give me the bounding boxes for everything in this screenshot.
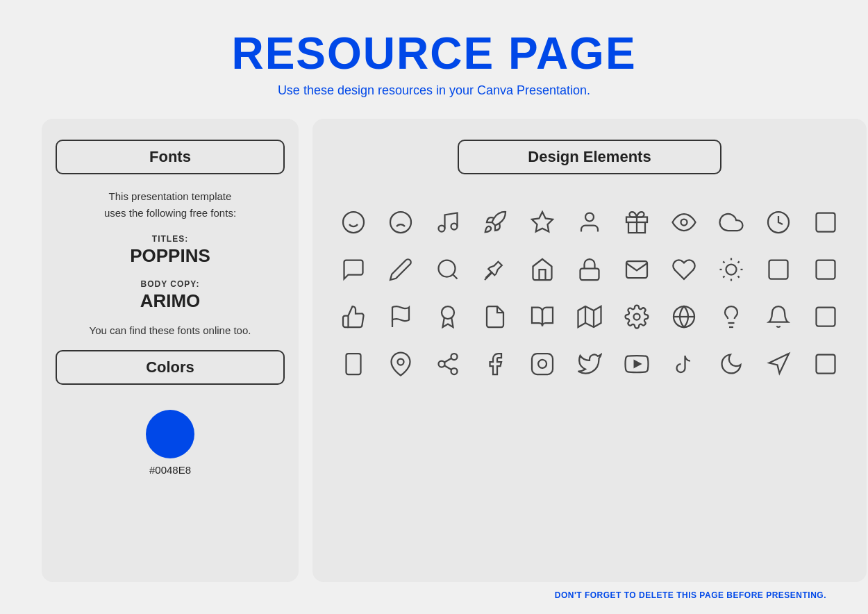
placeholder-icon-5 bbox=[806, 344, 846, 384]
smile-icon bbox=[333, 202, 374, 242]
search-icon bbox=[428, 249, 468, 290]
flag-icon bbox=[381, 297, 421, 337]
body-label: BODY COPY: bbox=[141, 279, 200, 289]
rocket-icon bbox=[475, 202, 515, 242]
location-icon bbox=[381, 344, 421, 384]
cloud-icon bbox=[711, 202, 751, 242]
file-icon bbox=[475, 297, 515, 337]
svg-line-17 bbox=[485, 272, 492, 280]
page-subtitle: Use these design resources in your Canva… bbox=[231, 83, 636, 98]
svg-point-0 bbox=[343, 212, 364, 233]
person-icon bbox=[569, 202, 610, 242]
pencil-icon bbox=[381, 249, 421, 290]
mail-icon bbox=[617, 249, 657, 290]
svg-point-46 bbox=[451, 368, 458, 374]
svg-marker-51 bbox=[635, 360, 641, 367]
body-font-name: ARIMO bbox=[140, 290, 201, 312]
sad-icon bbox=[381, 202, 421, 242]
fonts-description: This presentation template uses the foll… bbox=[104, 188, 236, 222]
placeholder-icon-1 bbox=[806, 202, 846, 242]
star-icon bbox=[522, 202, 562, 242]
twitter-icon bbox=[569, 344, 610, 384]
globe-icon bbox=[664, 297, 704, 337]
svg-point-44 bbox=[451, 354, 458, 360]
eye-icon bbox=[664, 202, 704, 242]
svg-rect-49 bbox=[532, 354, 553, 374]
heart-icon bbox=[664, 249, 704, 290]
svg-point-31 bbox=[442, 306, 454, 319]
phone-icon bbox=[333, 344, 374, 384]
footer-note: DON'T FORGET TO DELETE THIS PAGE BEFORE … bbox=[42, 590, 826, 600]
svg-point-3 bbox=[390, 212, 411, 233]
svg-point-19 bbox=[726, 265, 737, 275]
svg-rect-28 bbox=[769, 260, 788, 279]
svg-rect-14 bbox=[817, 213, 835, 232]
chat-icon bbox=[333, 249, 374, 290]
gift-icon bbox=[617, 202, 657, 242]
svg-line-48 bbox=[444, 358, 451, 363]
moon-icon bbox=[711, 344, 751, 384]
map-icon bbox=[569, 297, 610, 337]
music-icon bbox=[428, 202, 468, 242]
svg-point-6 bbox=[439, 226, 445, 232]
svg-point-43 bbox=[398, 359, 404, 365]
svg-line-23 bbox=[738, 276, 740, 278]
svg-line-47 bbox=[444, 365, 451, 370]
lock-icon bbox=[569, 249, 610, 290]
placeholder-icon-2 bbox=[758, 249, 799, 290]
instagram-icon bbox=[522, 344, 562, 384]
color-hex-value: #0048E8 bbox=[149, 464, 191, 476]
svg-point-9 bbox=[585, 213, 594, 222]
tiktok-icon bbox=[664, 344, 704, 384]
main-panels: Fonts This presentation template uses th… bbox=[42, 119, 826, 582]
svg-rect-29 bbox=[817, 260, 835, 279]
share-icon bbox=[428, 344, 468, 384]
design-elements-title: Design Elements bbox=[458, 140, 721, 174]
svg-point-15 bbox=[439, 260, 456, 277]
svg-marker-8 bbox=[532, 212, 553, 232]
book-icon bbox=[522, 297, 562, 337]
sun-icon bbox=[711, 249, 751, 290]
svg-line-22 bbox=[723, 261, 724, 263]
pin-icon bbox=[475, 249, 515, 290]
svg-line-26 bbox=[723, 276, 724, 278]
left-panel: Fonts This presentation template uses th… bbox=[42, 119, 299, 582]
svg-line-16 bbox=[453, 274, 458, 279]
titles-label: TITLES: bbox=[152, 234, 188, 244]
svg-point-7 bbox=[451, 224, 458, 230]
settings-icon bbox=[617, 297, 657, 337]
svg-point-45 bbox=[439, 361, 445, 367]
page-header: RESOURCE PAGE Use these design resources… bbox=[231, 28, 636, 98]
placeholder-icon-3 bbox=[806, 249, 846, 290]
icons-grid bbox=[333, 202, 846, 384]
page-title: RESOURCE PAGE bbox=[231, 28, 636, 79]
find-fonts-text: You can find these fonts online too. bbox=[90, 324, 251, 336]
svg-point-12 bbox=[681, 219, 687, 226]
color-swatch bbox=[146, 410, 194, 458]
bulb-icon bbox=[711, 297, 751, 337]
svg-line-27 bbox=[738, 261, 740, 263]
award-icon bbox=[428, 297, 468, 337]
placeholder-icon-4 bbox=[806, 297, 846, 337]
megaphone-icon bbox=[758, 344, 799, 384]
fonts-section-title: Fonts bbox=[56, 140, 285, 174]
svg-rect-18 bbox=[581, 269, 599, 281]
colors-section-title: Colors bbox=[56, 350, 285, 385]
bell-icon bbox=[758, 297, 799, 337]
home-icon bbox=[522, 249, 562, 290]
right-panel: Design Elements bbox=[312, 119, 867, 582]
facebook-icon bbox=[475, 344, 515, 384]
svg-rect-52 bbox=[817, 355, 835, 374]
svg-rect-40 bbox=[817, 308, 835, 326]
thumbsup-icon bbox=[333, 297, 374, 337]
clock-icon bbox=[758, 202, 799, 242]
svg-marker-32 bbox=[578, 306, 601, 327]
youtube-icon bbox=[617, 344, 657, 384]
titles-font-name: POPPINS bbox=[130, 245, 210, 267]
svg-point-35 bbox=[634, 314, 640, 320]
